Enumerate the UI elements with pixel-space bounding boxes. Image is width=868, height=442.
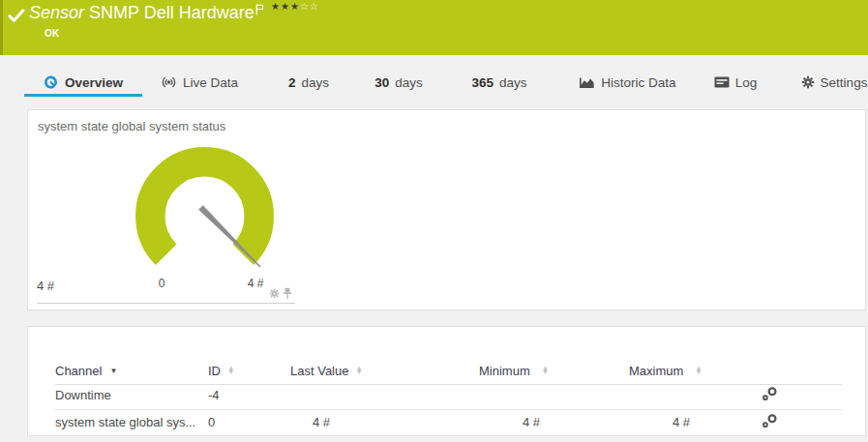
sort-desc-icon: ▼: [109, 367, 117, 375]
star-empty-icon[interactable]: ☆☆: [300, 1, 319, 12]
cell-minimum: 4 #: [523, 415, 540, 429]
gauge-panel: system state global system status 0 4 # …: [27, 109, 866, 310]
column-header-channel[interactable]: Channel ▼: [55, 363, 117, 378]
header-edge: [0, 0, 3, 55]
priority-stars[interactable]: ★★★☆☆: [271, 1, 319, 12]
gauge-title: system state global system status: [38, 119, 225, 133]
broadcast-icon: [161, 74, 177, 90]
gauge-pin-icon[interactable]: [283, 287, 292, 300]
page-title: SensorSNMP Dell Hardware: [29, 3, 254, 23]
tab-log[interactable]: Log: [704, 71, 766, 94]
column-label: Last Value: [290, 364, 348, 378]
column-header-id[interactable]: ID ▲▼: [208, 363, 234, 378]
channel-settings-gears-icon[interactable]: [762, 386, 779, 401]
tab-30-days[interactable]: 30 days: [366, 71, 432, 94]
tab-number: 365: [471, 75, 494, 90]
tab-365-days[interactable]: 365 days: [463, 71, 536, 94]
tab-label: days: [395, 75, 423, 90]
gauge-current-value: 4 #: [37, 279, 54, 293]
column-label: ID: [208, 364, 221, 378]
active-tab-underline: [24, 94, 142, 97]
gauge-icon: [44, 74, 59, 90]
cell-id: 0: [208, 415, 215, 429]
tab-label: days: [499, 75, 527, 90]
column-label: Maximum: [629, 364, 683, 378]
prtg-sensor-page: SensorSNMP Dell Hardware ★★★☆☆ OK Overvi…: [0, 0, 868, 442]
sort-icon: ▲▼: [542, 367, 549, 375]
sort-icon: ▲▼: [695, 367, 702, 375]
column-label: Channel: [55, 364, 102, 378]
sensor-kind-label: Sensor: [29, 3, 84, 22]
channels-panel: Channel ▼ ID ▲▼ Last Value ▲▼ Minimum ▲▼…: [27, 326, 866, 436]
gauge-settings-gear-icon[interactable]: [269, 288, 280, 299]
tab-label: days: [301, 75, 329, 90]
cell-last-value: 4 #: [313, 415, 330, 429]
sort-icon: ▲▼: [355, 367, 362, 375]
column-label: Minimum: [479, 364, 530, 378]
cell-channel[interactable]: system state global sys...: [55, 415, 195, 429]
tab-number: 2: [288, 75, 296, 90]
cell-maximum: 4 #: [673, 415, 690, 429]
tab-label: Log: [735, 75, 758, 90]
tab-label: Settings: [821, 75, 868, 90]
header-divider: [55, 384, 842, 385]
tab-label: Overview: [65, 75, 123, 90]
tab-label: Historic Data: [601, 75, 675, 90]
tab-overview[interactable]: Overview: [24, 71, 142, 94]
priority-flag-icon[interactable]: [255, 4, 264, 15]
tab-bar: Overview Live Data 2 days 30 days 365 da…: [0, 55, 868, 109]
tab-2-days[interactable]: 2 days: [276, 71, 342, 94]
area-chart-icon: [580, 76, 595, 88]
gauge-footer-divider: [37, 303, 295, 304]
row-divider: [55, 409, 842, 410]
tab-label: Live Data: [183, 75, 238, 90]
column-header-minimum[interactable]: Minimum ▲▼: [479, 363, 549, 378]
star-filled-icon[interactable]: ★★★: [271, 1, 300, 12]
sort-icon: ▲▼: [227, 367, 234, 375]
column-header-maximum[interactable]: Maximum ▲▼: [629, 363, 703, 378]
log-icon: [714, 76, 730, 88]
tab-settings[interactable]: Settings: [793, 71, 868, 94]
status-ok-check-icon: [8, 9, 25, 23]
cell-channel[interactable]: Downtime: [55, 388, 111, 402]
tab-historic-data[interactable]: Historic Data: [566, 71, 690, 94]
sensor-header: SensorSNMP Dell Hardware ★★★☆☆ OK: [0, 0, 868, 55]
sensor-name: SNMP Dell Hardware: [89, 3, 254, 22]
cell-id: -4: [208, 388, 220, 402]
gear-icon: [801, 75, 815, 89]
channel-gauge: [124, 135, 288, 280]
gauge-min-label: 0: [149, 277, 174, 290]
tab-number: 30: [374, 75, 389, 90]
tab-live-data[interactable]: Live Data: [155, 71, 244, 94]
status-badge: OK: [45, 28, 60, 39]
column-header-last-value[interactable]: Last Value ▲▼: [290, 363, 363, 378]
channel-settings-gears-icon[interactable]: [762, 413, 779, 428]
